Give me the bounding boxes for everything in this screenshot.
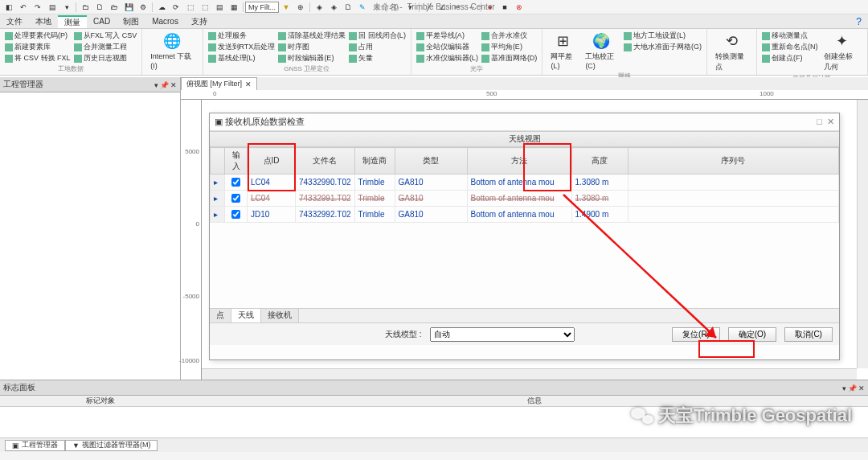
tab-antenna[interactable]: 天线 bbox=[231, 309, 261, 322]
menu-survey[interactable]: 测量 bbox=[58, 15, 87, 28]
ribbon-move-point[interactable]: 移动测量点 bbox=[762, 31, 818, 41]
cell-input[interactable] bbox=[225, 207, 248, 223]
close-icon[interactable]: ✕ bbox=[827, 117, 834, 127]
cell-input[interactable] bbox=[225, 191, 248, 207]
input-checkbox[interactable] bbox=[231, 210, 240, 219]
ribbon-period-editor[interactable]: 时段编辑器(E) bbox=[278, 53, 346, 64]
ribbon-internet-download[interactable]: 🌐 Internet 下载(I) bbox=[147, 31, 197, 72]
ribbon-loop-closure[interactable]: 回 回线闭合(L) bbox=[349, 31, 406, 41]
ribbon-process-feature[interactable]: 处理要素代码(P) bbox=[5, 31, 71, 41]
doc-icon[interactable]: 🗋 bbox=[342, 2, 354, 13]
cell-height[interactable]: 1.3080 m bbox=[571, 175, 628, 191]
ribbon-network-adj[interactable]: ⊞ 网平差(L) bbox=[547, 31, 579, 72]
cell-pid[interactable]: LC04 bbox=[248, 191, 296, 207]
close-icon[interactable]: ✕ bbox=[858, 384, 865, 392]
open-icon[interactable]: 🗁 bbox=[108, 2, 121, 13]
menu-support[interactable]: 支持 bbox=[185, 16, 214, 27]
ribbon-process-service[interactable]: 处理服务 bbox=[208, 31, 276, 41]
globe-icon[interactable]: ◈ bbox=[327, 2, 340, 13]
ribbon-ts-editor[interactable]: 全站仪编辑器 bbox=[416, 42, 478, 52]
new-icon[interactable]: ▤ bbox=[46, 2, 59, 13]
ribbon-local-site[interactable]: 地方工地设置(L) bbox=[624, 31, 702, 41]
ribbon-csv-to-fxl[interactable]: 将 CSV 转换 FXL bbox=[5, 53, 71, 64]
cell-type[interactable]: GA810 bbox=[395, 175, 467, 191]
layers-icon[interactable]: ▤ bbox=[213, 2, 226, 13]
table-row[interactable]: ▸JD1074332992.T02TrimbleGA810Bottom of a… bbox=[211, 207, 839, 223]
ribbon-clear-baseline[interactable]: 清除基线处理结果 bbox=[278, 31, 346, 41]
antenna-model-select[interactable]: 自动 bbox=[430, 327, 575, 342]
tab-close-icon[interactable]: ✕ bbox=[245, 80, 252, 88]
col-flag-target[interactable]: 标记对象 bbox=[0, 396, 201, 406]
ok-button[interactable]: 确定(O) bbox=[728, 327, 776, 342]
close-red-icon[interactable]: ⊗ bbox=[513, 2, 526, 13]
col-pid[interactable]: 点ID bbox=[248, 148, 296, 175]
cell-mfr[interactable]: Trimble bbox=[354, 175, 395, 191]
gear-icon[interactable]: ⚙ bbox=[137, 2, 149, 13]
menu-local[interactable]: 本地 bbox=[29, 16, 58, 27]
col-input[interactable]: 输入 bbox=[225, 148, 248, 175]
cell-type[interactable]: GA810 bbox=[395, 191, 467, 207]
redo-icon[interactable]: ↷ bbox=[31, 2, 44, 13]
cell-serial[interactable] bbox=[628, 191, 838, 207]
save-icon[interactable]: 💾 bbox=[122, 2, 135, 13]
ribbon-rename-point[interactable]: 重新命名点(N) bbox=[762, 42, 818, 52]
ribbon-baseline-proc[interactable]: 基线处理(L) bbox=[208, 53, 276, 64]
ribbon-create-cogo[interactable]: ✦ 创建坐标几何 bbox=[821, 31, 862, 74]
new-file-icon[interactable]: 🗋 bbox=[93, 2, 106, 13]
ribbon-history-log[interactable]: 历史日志视图 bbox=[74, 53, 137, 64]
dialog-titlebar[interactable]: ▣ 接收机原始数据检查 □ ✕ bbox=[210, 113, 839, 131]
cell-serial[interactable] bbox=[628, 175, 838, 191]
help-icon[interactable]: ? bbox=[856, 16, 862, 27]
tab-point[interactable]: 点 bbox=[210, 309, 231, 322]
cell-height[interactable]: 1.4900 m bbox=[571, 207, 628, 223]
ribbon-traverse-adj[interactable]: 平差导线(A) bbox=[416, 31, 478, 41]
refresh-icon[interactable]: ⟳ bbox=[170, 2, 182, 13]
pushpin-icon[interactable]: 📌 bbox=[848, 384, 857, 392]
cell-serial[interactable] bbox=[628, 207, 838, 223]
add-filter-icon[interactable]: ⊕ bbox=[294, 2, 307, 13]
scrollbar-vertical[interactable] bbox=[857, 100, 868, 368]
maximize-icon[interactable]: □ bbox=[817, 117, 822, 127]
cell-type[interactable]: GA810 bbox=[395, 207, 467, 223]
menu-cad[interactable]: CAD bbox=[87, 17, 117, 26]
ribbon-merge-survey[interactable]: 合并测量工程 bbox=[74, 42, 137, 52]
ribbon-site-calib[interactable]: 🌍 工地校正(C) bbox=[582, 31, 620, 72]
cell-method[interactable]: Bottom of antenna mou bbox=[467, 175, 571, 191]
ribbon-vector[interactable]: 矢量 bbox=[349, 53, 406, 64]
scrollbar-horizontal[interactable] bbox=[202, 368, 857, 380]
stop-icon[interactable]: ■ bbox=[498, 2, 511, 13]
ribbon-new-feature-lib[interactable]: 新建要素库 bbox=[5, 42, 71, 52]
ribbon-geoid-subgrid[interactable]: 大地水准面子网格(G) bbox=[624, 42, 702, 52]
pin-icon[interactable]: ▾ bbox=[154, 81, 158, 89]
menu-file[interactable]: 文件 bbox=[0, 16, 29, 27]
table-row[interactable]: ▸LC0474332990.T02TrimbleGA810Bottom of a… bbox=[211, 175, 839, 191]
ribbon-level-editor[interactable]: 水准仪编辑器(L) bbox=[416, 53, 478, 64]
reset-button[interactable]: 复位(R) bbox=[672, 327, 720, 342]
cell-file[interactable]: 74332991.T02 bbox=[296, 191, 355, 207]
undo-icon[interactable]: ↶ bbox=[17, 2, 30, 13]
cell-file[interactable]: 74332992.T02 bbox=[296, 207, 355, 223]
ribbon-send-rtx[interactable]: 发送到RTX后处理 bbox=[208, 42, 276, 52]
layer-icon[interactable]: ◈ bbox=[313, 2, 326, 13]
cell-pid[interactable]: JD10 bbox=[248, 207, 296, 223]
bottom-tab-project-explorer[interactable]: ▣工程管理器 bbox=[5, 440, 65, 451]
pushpin-icon[interactable]: 📌 bbox=[160, 81, 169, 89]
menu-drafting[interactable]: 制图 bbox=[117, 16, 145, 27]
cell-input[interactable] bbox=[225, 175, 248, 191]
app-icon[interactable]: ◧ bbox=[2, 2, 15, 13]
cell-method[interactable]: Bottom of antenna mou bbox=[467, 207, 571, 223]
col-serial[interactable]: 序列号 bbox=[628, 148, 838, 175]
menu-macros[interactable]: Macros bbox=[145, 17, 185, 26]
ribbon-create-point[interactable]: 创建点(F) bbox=[762, 53, 818, 64]
pin-icon[interactable]: ▾ bbox=[842, 384, 846, 392]
filter-combo[interactable]: My Filt... bbox=[245, 2, 279, 13]
cell-height[interactable]: 1.3080 m bbox=[571, 191, 628, 207]
ribbon-merge-level[interactable]: 合并水准仪 bbox=[481, 31, 538, 41]
table-row[interactable]: ▸LC0474332991.T02TrimbleGA810Bottom of a… bbox=[211, 191, 839, 207]
cell-file[interactable]: 74332990.T02 bbox=[296, 175, 355, 191]
cube2-icon[interactable]: ⬚ bbox=[199, 2, 211, 13]
pen-icon[interactable]: ✎ bbox=[356, 2, 369, 13]
view-tab-plan[interactable]: 俯视图 [My Filter]✕ bbox=[181, 77, 257, 90]
cube-icon[interactable]: ⬚ bbox=[184, 2, 197, 13]
tab-receiver[interactable]: 接收机 bbox=[261, 309, 299, 322]
